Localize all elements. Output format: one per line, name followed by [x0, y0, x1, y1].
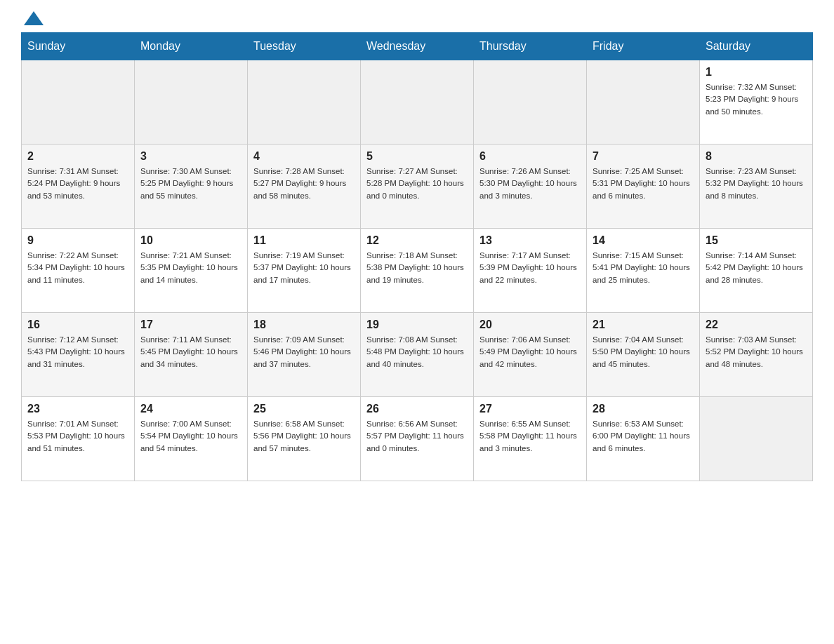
logo-triangle-icon: [24, 11, 44, 25]
day-info: Sunrise: 7:21 AM Sunset: 5:35 PM Dayligh…: [140, 250, 241, 286]
calendar-cell: 10Sunrise: 7:21 AM Sunset: 5:35 PM Dayli…: [135, 229, 248, 313]
day-number: 2: [27, 150, 128, 163]
day-number: 4: [253, 150, 355, 163]
day-number: 8: [706, 150, 807, 163]
weekday-header-thursday: Thursday: [474, 33, 587, 60]
day-number: 19: [366, 318, 468, 331]
day-info: Sunrise: 7:14 AM Sunset: 5:42 PM Dayligh…: [706, 250, 807, 286]
day-number: 3: [140, 150, 241, 163]
weekday-header-monday: Monday: [135, 33, 248, 60]
calendar-cell: 8Sunrise: 7:23 AM Sunset: 5:32 PM Daylig…: [700, 145, 813, 229]
calendar-cell: [474, 60, 587, 145]
day-info: Sunrise: 7:11 AM Sunset: 5:45 PM Dayligh…: [140, 334, 241, 370]
weekday-header-wednesday: Wednesday: [361, 33, 474, 60]
calendar-cell: 15Sunrise: 7:14 AM Sunset: 5:42 PM Dayli…: [700, 229, 813, 313]
logo: [21, 14, 44, 25]
day-info: Sunrise: 7:25 AM Sunset: 5:31 PM Dayligh…: [593, 166, 694, 202]
calendar-week-row: 16Sunrise: 7:12 AM Sunset: 5:43 PM Dayli…: [22, 313, 813, 397]
day-info: Sunrise: 7:23 AM Sunset: 5:32 PM Dayligh…: [706, 166, 807, 202]
day-info: Sunrise: 6:53 AM Sunset: 6:00 PM Dayligh…: [593, 418, 694, 455]
day-number: 5: [366, 150, 468, 163]
day-number: 6: [479, 150, 581, 163]
calendar-cell: 19Sunrise: 7:08 AM Sunset: 5:48 PM Dayli…: [361, 313, 474, 397]
day-info: Sunrise: 7:26 AM Sunset: 5:30 PM Dayligh…: [479, 166, 581, 202]
weekday-header-sunday: Sunday: [22, 33, 135, 60]
calendar-cell: 23Sunrise: 7:01 AM Sunset: 5:53 PM Dayli…: [22, 397, 135, 481]
day-number: 10: [140, 234, 241, 247]
day-info: Sunrise: 6:56 AM Sunset: 5:57 PM Dayligh…: [366, 418, 468, 455]
day-number: 13: [479, 234, 581, 247]
weekday-header-friday: Friday: [587, 33, 700, 60]
calendar-cell: 21Sunrise: 7:04 AM Sunset: 5:50 PM Dayli…: [587, 313, 700, 397]
calendar-cell: 22Sunrise: 7:03 AM Sunset: 5:52 PM Dayli…: [700, 313, 813, 397]
day-number: 11: [253, 234, 355, 247]
day-number: 9: [27, 234, 128, 247]
calendar-cell: [135, 60, 248, 145]
day-info: Sunrise: 7:08 AM Sunset: 5:48 PM Dayligh…: [366, 334, 468, 370]
day-info: Sunrise: 7:12 AM Sunset: 5:43 PM Dayligh…: [27, 334, 128, 370]
day-number: 15: [706, 234, 807, 247]
calendar-cell: 28Sunrise: 6:53 AM Sunset: 6:00 PM Dayli…: [587, 397, 700, 481]
day-number: 7: [593, 150, 694, 163]
calendar-cell: 11Sunrise: 7:19 AM Sunset: 5:37 PM Dayli…: [248, 229, 361, 313]
day-number: 14: [593, 234, 694, 247]
day-info: Sunrise: 7:31 AM Sunset: 5:24 PM Dayligh…: [27, 166, 128, 202]
weekday-header-tuesday: Tuesday: [248, 33, 361, 60]
day-info: Sunrise: 6:55 AM Sunset: 5:58 PM Dayligh…: [479, 418, 581, 455]
calendar-header-row: SundayMondayTuesdayWednesdayThursdayFrid…: [22, 33, 813, 60]
day-number: 25: [253, 403, 355, 415]
calendar-cell: 6Sunrise: 7:26 AM Sunset: 5:30 PM Daylig…: [474, 145, 587, 229]
calendar-week-row: 23Sunrise: 7:01 AM Sunset: 5:53 PM Dayli…: [22, 397, 813, 481]
calendar-cell: [700, 397, 813, 481]
day-number: 27: [479, 403, 581, 415]
day-number: 24: [140, 403, 241, 415]
day-info: Sunrise: 7:15 AM Sunset: 5:41 PM Dayligh…: [593, 250, 694, 286]
day-number: 16: [27, 318, 128, 331]
day-info: Sunrise: 7:01 AM Sunset: 5:53 PM Dayligh…: [27, 418, 128, 455]
day-info: Sunrise: 7:04 AM Sunset: 5:50 PM Dayligh…: [593, 334, 694, 370]
calendar-cell: [587, 60, 700, 145]
calendar-cell: 20Sunrise: 7:06 AM Sunset: 5:49 PM Dayli…: [474, 313, 587, 397]
day-info: Sunrise: 7:06 AM Sunset: 5:49 PM Dayligh…: [479, 334, 581, 370]
day-info: Sunrise: 7:22 AM Sunset: 5:34 PM Dayligh…: [27, 250, 128, 286]
day-number: 17: [140, 318, 241, 331]
calendar-cell: [361, 60, 474, 145]
calendar-cell: 5Sunrise: 7:27 AM Sunset: 5:28 PM Daylig…: [361, 145, 474, 229]
day-info: Sunrise: 7:27 AM Sunset: 5:28 PM Dayligh…: [366, 166, 468, 202]
calendar-cell: 25Sunrise: 6:58 AM Sunset: 5:56 PM Dayli…: [248, 397, 361, 481]
calendar-cell: 24Sunrise: 7:00 AM Sunset: 5:54 PM Dayli…: [135, 397, 248, 481]
calendar-cell: 14Sunrise: 7:15 AM Sunset: 5:41 PM Dayli…: [587, 229, 700, 313]
calendar-cell: 26Sunrise: 6:56 AM Sunset: 5:57 PM Dayli…: [361, 397, 474, 481]
page-header: [21, 14, 813, 25]
day-number: 18: [253, 318, 355, 331]
day-info: Sunrise: 7:03 AM Sunset: 5:52 PM Dayligh…: [706, 334, 807, 370]
day-number: 22: [706, 318, 807, 331]
day-number: 23: [27, 403, 128, 415]
calendar-cell: [248, 60, 361, 145]
calendar-cell: 18Sunrise: 7:09 AM Sunset: 5:46 PM Dayli…: [248, 313, 361, 397]
calendar-cell: 17Sunrise: 7:11 AM Sunset: 5:45 PM Dayli…: [135, 313, 248, 397]
calendar-cell: 7Sunrise: 7:25 AM Sunset: 5:31 PM Daylig…: [587, 145, 700, 229]
calendar-cell: 27Sunrise: 6:55 AM Sunset: 5:58 PM Dayli…: [474, 397, 587, 481]
day-number: 28: [593, 403, 694, 415]
day-info: Sunrise: 7:09 AM Sunset: 5:46 PM Dayligh…: [253, 334, 355, 370]
weekday-header-saturday: Saturday: [700, 33, 813, 60]
calendar-cell: 9Sunrise: 7:22 AM Sunset: 5:34 PM Daylig…: [22, 229, 135, 313]
calendar-week-row: 1Sunrise: 7:32 AM Sunset: 5:23 PM Daylig…: [22, 60, 813, 145]
calendar-cell: 2Sunrise: 7:31 AM Sunset: 5:24 PM Daylig…: [22, 145, 135, 229]
day-info: Sunrise: 7:00 AM Sunset: 5:54 PM Dayligh…: [140, 418, 241, 455]
calendar-cell: 12Sunrise: 7:18 AM Sunset: 5:38 PM Dayli…: [361, 229, 474, 313]
day-info: Sunrise: 7:18 AM Sunset: 5:38 PM Dayligh…: [366, 250, 468, 286]
day-info: Sunrise: 7:30 AM Sunset: 5:25 PM Dayligh…: [140, 166, 241, 202]
calendar-week-row: 9Sunrise: 7:22 AM Sunset: 5:34 PM Daylig…: [22, 229, 813, 313]
calendar-week-row: 2Sunrise: 7:31 AM Sunset: 5:24 PM Daylig…: [22, 145, 813, 229]
calendar-cell: 1Sunrise: 7:32 AM Sunset: 5:23 PM Daylig…: [700, 60, 813, 145]
calendar-cell: 13Sunrise: 7:17 AM Sunset: 5:39 PM Dayli…: [474, 229, 587, 313]
day-info: Sunrise: 7:19 AM Sunset: 5:37 PM Dayligh…: [253, 250, 355, 286]
calendar-cell: [22, 60, 135, 145]
day-number: 20: [479, 318, 581, 331]
day-info: Sunrise: 7:28 AM Sunset: 5:27 PM Dayligh…: [253, 166, 355, 202]
calendar-cell: 16Sunrise: 7:12 AM Sunset: 5:43 PM Dayli…: [22, 313, 135, 397]
day-info: Sunrise: 7:17 AM Sunset: 5:39 PM Dayligh…: [479, 250, 581, 286]
day-info: Sunrise: 7:32 AM Sunset: 5:23 PM Dayligh…: [706, 81, 807, 118]
